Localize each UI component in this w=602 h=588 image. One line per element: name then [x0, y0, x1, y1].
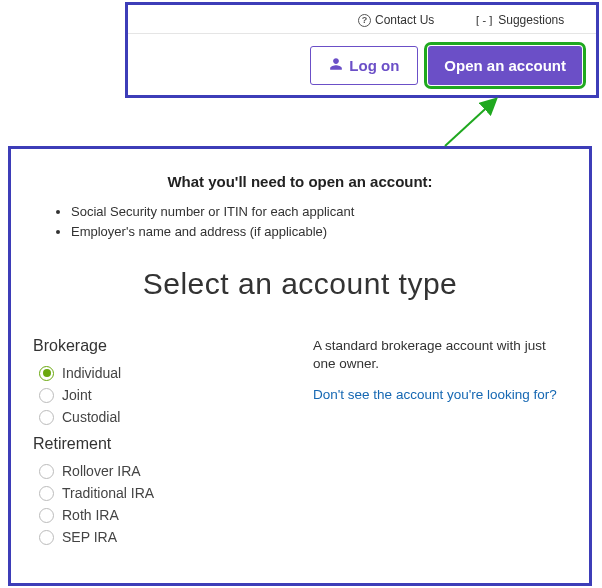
- radio-icon: [39, 366, 54, 381]
- requirements-list: Social Security number or ITIN for each …: [33, 202, 567, 241]
- requirement-item: Employer's name and address (if applicab…: [71, 222, 567, 242]
- logon-label: Log on: [349, 57, 399, 74]
- main-panel: What you'll need to open an account: Soc…: [8, 146, 592, 586]
- radio-rollover-ira[interactable]: Rollover IRA: [39, 463, 283, 479]
- radio-label: Custodial: [62, 409, 120, 425]
- requirement-item: Social Security number or ITIN for each …: [71, 202, 567, 222]
- contact-us-label: Contact Us: [375, 13, 434, 27]
- annotation-arrow: [0, 98, 602, 146]
- suggestions-label: Suggestions: [498, 13, 564, 27]
- requirements-title: What you'll need to open an account:: [33, 173, 567, 190]
- account-columns: Brokerage Individual Joint Custodial Ret…: [33, 337, 567, 551]
- contact-us-link[interactable]: ? Contact Us: [358, 13, 434, 27]
- radio-joint[interactable]: Joint: [39, 387, 283, 403]
- radio-custodial[interactable]: Custodial: [39, 409, 283, 425]
- person-icon: [329, 57, 343, 74]
- radio-icon: [39, 410, 54, 425]
- retirement-group-title: Retirement: [33, 435, 283, 453]
- radio-icon: [39, 486, 54, 501]
- radio-icon: [39, 530, 54, 545]
- svg-line-0: [445, 100, 495, 146]
- logon-button[interactable]: Log on: [310, 46, 418, 85]
- select-account-title: Select an account type: [33, 267, 567, 301]
- radio-label: Joint: [62, 387, 92, 403]
- radio-icon: [39, 388, 54, 403]
- radio-label: Roth IRA: [62, 507, 119, 523]
- open-account-label: Open an account: [444, 57, 566, 74]
- suggestions-link[interactable]: [-] Suggestions: [474, 13, 564, 27]
- radio-roth-ira[interactable]: Roth IRA: [39, 507, 283, 523]
- account-options-column: Brokerage Individual Joint Custodial Ret…: [33, 337, 283, 551]
- account-description: A standard brokerage account with just o…: [313, 337, 567, 373]
- radio-label: Rollover IRA: [62, 463, 141, 479]
- radio-traditional-ira[interactable]: Traditional IRA: [39, 485, 283, 501]
- radio-label: Individual: [62, 365, 121, 381]
- radio-sep-ira[interactable]: SEP IRA: [39, 529, 283, 545]
- radio-icon: [39, 464, 54, 479]
- bracket-icon: [-]: [474, 14, 494, 27]
- open-account-button[interactable]: Open an account: [428, 46, 582, 85]
- top-header-panel: ? Contact Us [-] Suggestions Log on Open…: [125, 2, 599, 98]
- radio-label: Traditional IRA: [62, 485, 154, 501]
- radio-icon: [39, 508, 54, 523]
- radio-individual[interactable]: Individual: [39, 365, 283, 381]
- header-button-row: Log on Open an account: [128, 34, 596, 85]
- radio-label: SEP IRA: [62, 529, 117, 545]
- help-link[interactable]: Don't see the account you're looking for…: [313, 387, 557, 402]
- help-circle-icon: ?: [358, 14, 371, 27]
- account-description-column: A standard brokerage account with just o…: [313, 337, 567, 551]
- brokerage-group-title: Brokerage: [33, 337, 283, 355]
- top-links-row: ? Contact Us [-] Suggestions: [128, 5, 596, 34]
